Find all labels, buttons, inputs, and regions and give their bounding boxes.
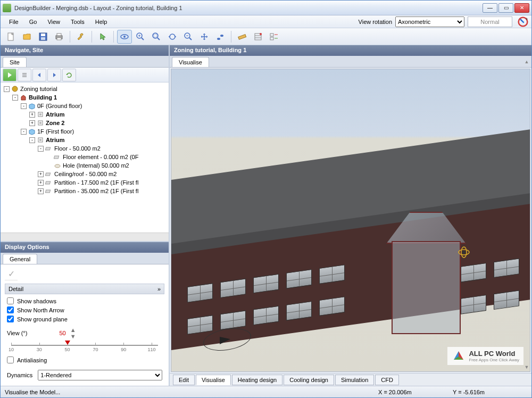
display-tabstrip: General bbox=[1, 253, 169, 264]
tree-row[interactable]: +Atrium bbox=[2, 110, 168, 119]
tree-expander[interactable]: - bbox=[4, 86, 10, 92]
apply-check-icon[interactable]: ✓ bbox=[5, 268, 18, 280]
main-area: Navigate, Site Site -Zoning tutorial-Bui… bbox=[1, 45, 531, 386]
view-angle-spinner[interactable]: ▲▼ bbox=[70, 327, 76, 339]
view-rotation-label: View rotation bbox=[359, 19, 392, 25]
show-ground-checkbox[interactable] bbox=[7, 316, 14, 322]
nav-refresh-button[interactable] bbox=[62, 69, 76, 81]
orbit-gizmo-icon[interactable] bbox=[456, 245, 471, 260]
nav-forward-button[interactable] bbox=[47, 69, 61, 81]
menu-file[interactable]: File bbox=[4, 17, 24, 27]
bottom-tab-visualise[interactable]: Visualise bbox=[196, 375, 231, 385]
detail-section-header[interactable]: Detail » bbox=[5, 284, 164, 294]
svg-rect-17 bbox=[154, 34, 157, 37]
tree-label: Atrium bbox=[46, 137, 64, 143]
tree-label: Ceiling/roof - 50.000 m2 bbox=[54, 171, 117, 177]
slider-tick-label: 90 bbox=[121, 347, 126, 352]
tree-expander[interactable]: - bbox=[21, 103, 27, 109]
grid-button[interactable] bbox=[251, 30, 265, 44]
show-shadows-checkbox[interactable] bbox=[7, 297, 14, 304]
tree-hscrollbar[interactable] bbox=[1, 233, 169, 241]
tree-row[interactable]: +Partition - 17.500 m2 (1F (First fl bbox=[2, 178, 168, 187]
zoom-out-button[interactable] bbox=[181, 30, 196, 44]
zoom-in-button[interactable] bbox=[133, 30, 148, 44]
tree-row[interactable]: +Ceiling/roof - 50.000 m2 bbox=[2, 170, 168, 178]
tree-row[interactable]: -Floor - 50.000 m2 bbox=[2, 144, 168, 153]
zoom-window-button[interactable] bbox=[165, 30, 180, 44]
svg-rect-29 bbox=[270, 34, 273, 36]
tree-expander[interactable]: + bbox=[29, 120, 35, 126]
svg-point-45 bbox=[55, 164, 60, 168]
tab-general[interactable]: General bbox=[3, 254, 37, 264]
navigate-tree[interactable]: -Zoning tutorial-Building 1-0F (Ground f… bbox=[1, 82, 169, 233]
dynamics-select[interactable]: 1-Rendered bbox=[38, 370, 162, 380]
tree-expander[interactable]: + bbox=[38, 180, 44, 186]
scroll-down-icon: ▼ bbox=[525, 364, 529, 370]
pointer-button[interactable] bbox=[95, 30, 110, 44]
tree-expander[interactable]: - bbox=[12, 95, 18, 101]
tree-expander[interactable]: - bbox=[29, 137, 35, 143]
bottom-tab-heating-design[interactable]: Heating design bbox=[232, 375, 282, 385]
options-button[interactable] bbox=[267, 30, 281, 44]
tree-row[interactable]: +Partition - 35.000 m2 (1F (First fl bbox=[2, 187, 168, 195]
surf-icon bbox=[45, 170, 53, 178]
orbit-button[interactable] bbox=[117, 30, 132, 44]
tree-row[interactable]: Floor element - 0.000 m2 (0F bbox=[2, 153, 168, 161]
tree-row[interactable]: +Zone 2 bbox=[2, 119, 168, 127]
right-pane: Zoning tutorial, Building 1 Visualise bbox=[170, 45, 531, 386]
zoom-fit-button[interactable] bbox=[149, 30, 164, 44]
tree-expander[interactable]: + bbox=[38, 171, 44, 177]
pan-button[interactable] bbox=[197, 30, 212, 44]
zone-icon bbox=[37, 119, 44, 127]
tree-row[interactable]: -0F (Ground floor) bbox=[2, 102, 168, 110]
svg-rect-47 bbox=[45, 181, 50, 184]
maximize-button[interactable]: ▭ bbox=[498, 3, 513, 13]
viewport-vscroll[interactable]: ▲ ▼ bbox=[523, 59, 530, 370]
tree-expander[interactable]: - bbox=[21, 129, 27, 135]
menu-go[interactable]: Go bbox=[24, 17, 43, 27]
menu-view[interactable]: View bbox=[42, 17, 65, 27]
3d-viewport[interactable]: ALL PC World Free Apps One Click Away bbox=[171, 69, 530, 372]
svg-rect-42 bbox=[39, 139, 41, 141]
bottom-tab-cfd[interactable]: CFD bbox=[375, 375, 399, 385]
tree-row[interactable]: -1F (First floor) bbox=[2, 127, 168, 136]
menu-help[interactable]: Help bbox=[90, 17, 113, 27]
tree-expander[interactable]: - bbox=[38, 146, 44, 152]
svg-text:+: + bbox=[525, 16, 528, 22]
view-angle-slider[interactable]: 1030507090110 bbox=[7, 342, 162, 352]
slider-tick-label: 50 bbox=[65, 347, 70, 352]
close-button[interactable]: ✕ bbox=[514, 3, 529, 13]
menu-tools[interactable]: Tools bbox=[65, 17, 90, 27]
bottom-tab-edit[interactable]: Edit bbox=[173, 375, 195, 385]
tab-visualise-top[interactable]: Visualise bbox=[172, 57, 209, 67]
tree-row[interactable]: -Atrium bbox=[2, 136, 168, 144]
bottom-tab-cooling-design[interactable]: Cooling design bbox=[284, 375, 334, 385]
tree-row[interactable]: Hole (Internal) 50.000 m2 bbox=[2, 161, 168, 170]
measure-button[interactable] bbox=[235, 30, 250, 44]
antialiasing-checkbox[interactable] bbox=[7, 356, 14, 363]
view-rotation-select[interactable]: Axonometric bbox=[395, 16, 464, 27]
open-file-button[interactable] bbox=[20, 30, 35, 44]
show-north-checkbox[interactable] bbox=[7, 306, 14, 313]
tree-row[interactable]: -Zoning tutorial bbox=[2, 85, 168, 93]
normal-indicator[interactable]: Normal bbox=[468, 16, 512, 27]
tree-expander[interactable]: + bbox=[38, 188, 44, 194]
bottom-tab-simulation[interactable]: Simulation bbox=[335, 375, 374, 385]
tab-site[interactable]: Site bbox=[3, 57, 27, 67]
energyplus-icon[interactable]: + bbox=[518, 16, 528, 27]
save-button[interactable] bbox=[36, 30, 51, 44]
app-window: DesignBuilder - Merging.dsb - Layout - Z… bbox=[0, 0, 532, 398]
nav-back-button[interactable] bbox=[32, 69, 46, 81]
minimize-button[interactable]: — bbox=[483, 3, 497, 13]
print-button[interactable] bbox=[52, 30, 66, 44]
walk-button[interactable] bbox=[213, 30, 228, 44]
nav-list-button[interactable] bbox=[18, 69, 31, 81]
tree-row[interactable]: -Building 1 bbox=[2, 93, 168, 102]
nav-go-button[interactable] bbox=[3, 69, 16, 81]
tree-expander[interactable]: + bbox=[29, 112, 35, 118]
wrench-button[interactable] bbox=[73, 30, 88, 44]
new-file-button[interactable] bbox=[4, 30, 19, 44]
view-angle-label: View (°) bbox=[7, 330, 27, 336]
slider-thumb[interactable] bbox=[65, 341, 70, 345]
svg-line-20 bbox=[189, 38, 192, 40]
